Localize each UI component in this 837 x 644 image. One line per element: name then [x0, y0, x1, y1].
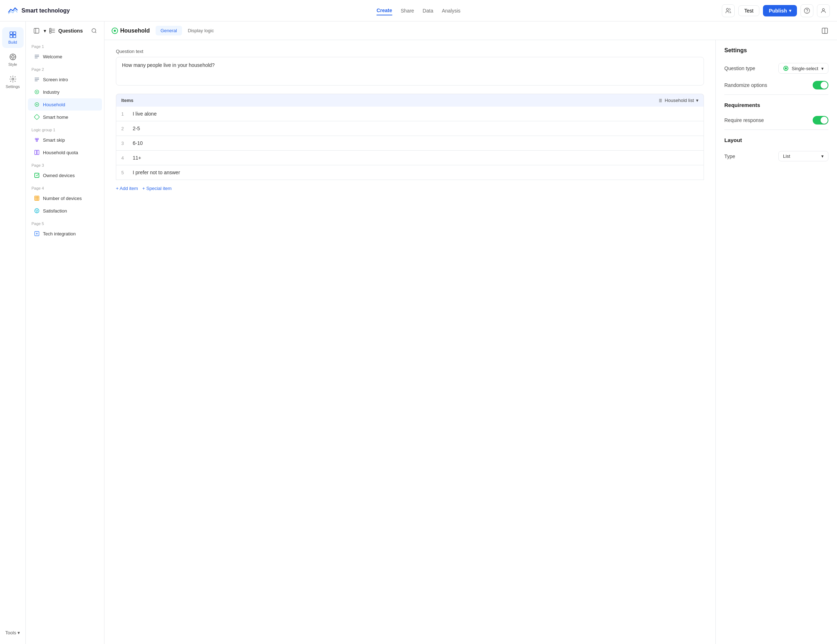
svg-point-49 — [36, 210, 36, 210]
svg-point-33 — [36, 104, 38, 105]
layout-type-dropdown[interactable]: List ▾ — [778, 151, 829, 161]
nav-share[interactable]: Share — [400, 7, 414, 15]
require-response-toggle-knob — [821, 117, 828, 124]
nav-item-settings[interactable]: Settings — [2, 72, 24, 92]
special-item-link[interactable]: + Special item — [142, 186, 172, 191]
svg-point-48 — [35, 209, 39, 213]
sidebar-item-satisfaction[interactable]: Satisfaction — [28, 205, 102, 217]
sidebar-item-household-quota[interactable]: Household quota — [28, 146, 102, 158]
publish-button[interactable]: Publish ▾ — [763, 5, 797, 16]
household-icon — [34, 101, 40, 108]
randomize-label: Randomize options — [724, 82, 767, 88]
tab-general[interactable]: General — [156, 26, 182, 35]
item-text-2: 2-5 — [133, 126, 140, 131]
question-type-badge — [112, 28, 118, 34]
question-type-dropdown[interactable]: Single-select ▾ — [778, 63, 829, 74]
sidebar-item-owned-devices[interactable]: Owned devices — [28, 169, 102, 181]
owned-devices-icon — [34, 172, 40, 179]
sidebar-item-welcome[interactable]: Welcome — [28, 51, 102, 62]
sidebar-item-household-quota-label: Household quota — [43, 150, 78, 155]
svg-point-1 — [804, 8, 809, 13]
question-type-label: Question type — [724, 66, 755, 71]
svg-rect-4 — [10, 32, 12, 34]
tech-integration-icon — [34, 230, 40, 237]
sidebar-item-industry[interactable]: Industry — [28, 86, 102, 98]
help-icon-button[interactable] — [801, 4, 813, 17]
svg-point-0 — [726, 8, 728, 10]
require-response-row: Require response — [724, 112, 829, 128]
settings-panel: Settings Question type Single-select ▾ R — [716, 40, 837, 644]
tools-button[interactable]: Tools ▾ — [3, 627, 23, 638]
sidebar-item-smart-skip[interactable]: Smart skip — [28, 134, 102, 146]
list-selector[interactable]: Household list ▾ — [657, 98, 699, 103]
svg-rect-42 — [35, 173, 39, 177]
sidebar-item-tech-integration-label: Tech integration — [43, 231, 76, 237]
people-icon-button[interactable] — [722, 4, 735, 17]
randomize-toggle-knob — [821, 82, 828, 89]
satisfaction-icon — [34, 207, 40, 214]
question-type-row: Question type Single-select ▾ — [724, 59, 829, 77]
header: Smart technology Create Share Data Analy… — [0, 0, 837, 21]
settings-divider-2 — [724, 130, 829, 130]
svg-rect-41 — [37, 150, 39, 154]
logo-icon — [7, 5, 19, 16]
svg-point-30 — [35, 90, 39, 94]
sidebar-item-smart-home[interactable]: Smart home — [28, 111, 102, 123]
item-text-3: 6-10 — [133, 140, 143, 146]
item-row: 1 I live alone — [116, 107, 704, 121]
item-row: 2 2-5 — [116, 121, 704, 136]
tab-display-logic[interactable]: Display logic — [183, 26, 219, 35]
number-of-devices-icon — [34, 195, 40, 201]
settings-title: Settings — [724, 47, 829, 54]
test-button[interactable]: Test — [738, 5, 760, 16]
svg-point-2 — [807, 12, 807, 12]
randomize-toggle[interactable] — [813, 81, 829, 89]
svg-line-39 — [37, 140, 38, 140]
nav-analysis[interactable]: Analysis — [442, 7, 460, 15]
svg-point-35 — [35, 138, 36, 140]
nav-create[interactable]: Create — [377, 6, 392, 15]
sidebar-item-satisfaction-label: Satisfaction — [43, 208, 67, 214]
nav-item-style[interactable]: Style — [2, 49, 24, 70]
questions-title-row[interactable]: ▾ Questions — [44, 28, 83, 34]
nav-item-build[interactable]: Build — [2, 27, 24, 48]
add-item-link[interactable]: + Add item — [116, 186, 138, 191]
svg-rect-17 — [50, 28, 51, 30]
svg-rect-7 — [13, 35, 15, 38]
sidebar-item-number-of-devices[interactable]: Number of devices — [28, 192, 102, 204]
question-editor: Question text How many people live in yo… — [105, 40, 716, 644]
search-icon-button[interactable] — [90, 26, 98, 35]
svg-point-37 — [36, 140, 38, 142]
sidebar-item-smart-skip-label: Smart skip — [43, 137, 65, 143]
app-container: Smart technology Create Share Data Analy… — [0, 0, 837, 644]
page-3-label: Page 3 — [26, 159, 104, 169]
question-text-input[interactable]: How many people live in your household? — [116, 57, 704, 85]
content-question-title: Household — [120, 28, 150, 34]
panel-toggle-button[interactable] — [31, 27, 41, 34]
list-selector-label: Household list — [665, 98, 694, 103]
svg-rect-5 — [13, 32, 15, 34]
svg-point-23 — [92, 29, 96, 33]
sidebar-item-screen-intro[interactable]: Screen intro — [28, 73, 102, 85]
nav-data[interactable]: Data — [423, 7, 433, 15]
logo-text: Smart technology — [21, 8, 70, 14]
require-response-toggle[interactable] — [813, 116, 829, 125]
item-text-1: I live alone — [133, 111, 157, 117]
sidebar-item-tech-integration[interactable]: Tech integration — [28, 228, 102, 240]
content-area: Household General Display logic — [105, 21, 837, 644]
page-4-label: Page 4 — [26, 182, 104, 192]
question-text-label: Question text — [116, 49, 704, 54]
nav-item-style-label: Style — [8, 62, 17, 67]
svg-point-36 — [37, 138, 39, 140]
sidebar-item-household[interactable]: Household — [28, 99, 102, 110]
item-number-5: 5 — [121, 170, 128, 175]
item-text-5: I prefer not to answer — [133, 169, 180, 175]
account-icon-button[interactable] — [817, 4, 830, 17]
sidebar-item-screen-intro-label: Screen intro — [43, 77, 68, 82]
item-number-2: 2 — [121, 126, 128, 131]
svg-rect-18 — [50, 30, 51, 32]
split-view-icon-button[interactable] — [820, 26, 830, 36]
nav-item-settings-label: Settings — [6, 84, 20, 89]
svg-rect-40 — [35, 150, 36, 154]
svg-point-63 — [785, 67, 786, 69]
